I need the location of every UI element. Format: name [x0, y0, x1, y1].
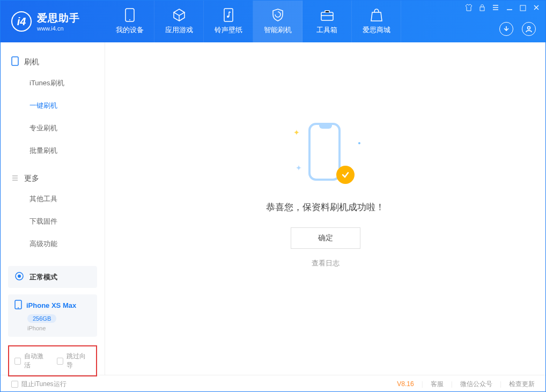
sidebar-item-firmware[interactable]: 下载固件: [1, 210, 105, 233]
version-label: V8.16: [397, 380, 414, 388]
close-button[interactable]: [533, 4, 540, 13]
app-title: 爱思助手: [37, 11, 80, 25]
block-itunes-checkbox[interactable]: 阻止iTunes运行: [11, 380, 67, 389]
device-phone-icon: [14, 300, 22, 311]
lock-icon[interactable]: [479, 4, 485, 13]
tab-label: 爱思商城: [363, 25, 390, 35]
tab-label: 应用游戏: [165, 25, 193, 35]
maximize-button[interactable]: [520, 4, 526, 13]
checkmark-badge-icon: [336, 166, 355, 184]
menu-icon[interactable]: [492, 4, 499, 13]
logo-text: 爱思助手 www.i4.cn: [37, 11, 80, 32]
svg-point-1: [129, 19, 130, 20]
tab-my-device[interactable]: 我的设备: [105, 1, 154, 42]
checkbox-icon: [11, 381, 18, 388]
sparkle-icon: ✦: [293, 128, 300, 137]
success-message: 恭喜您，保资料刷机成功啦！: [266, 201, 385, 213]
auto-activate-checkbox[interactable]: 自动激活: [14, 352, 48, 370]
checkbox-icon: [57, 358, 63, 365]
support-link[interactable]: 客服: [431, 380, 444, 389]
tab-store[interactable]: 爱思商城: [352, 1, 401, 42]
minimize-button[interactable]: [506, 4, 513, 13]
phone-icon: [123, 8, 137, 22]
tab-flash[interactable]: 智能刷机: [253, 1, 302, 42]
mode-indicator[interactable]: 正常模式: [8, 266, 97, 288]
header-bar: i4 爱思助手 www.i4.cn 我的设备 应用游戏 铃声壁纸 智能刷机 工具…: [1, 1, 545, 42]
svg-rect-8: [12, 57, 18, 65]
app-subtitle: www.i4.cn: [37, 25, 80, 32]
skip-guide-checkbox[interactable]: 跳过向导: [57, 352, 91, 370]
svg-point-12: [18, 307, 19, 308]
view-log-link[interactable]: 查看日志: [312, 258, 340, 268]
ok-button[interactable]: 确定: [291, 227, 360, 249]
checkbox-label: 阻止iTunes运行: [21, 380, 67, 389]
tshirt-icon[interactable]: [465, 4, 473, 13]
sidebar: 刷机 iTunes刷机 一键刷机 专业刷机 批量刷机 更多 其他工具 下载固件 …: [1, 42, 105, 375]
svg-rect-6: [520, 5, 526, 11]
highlighted-options: 自动激活 跳过向导: [8, 345, 97, 376]
body-area: 刷机 iTunes刷机 一键刷机 专业刷机 批量刷机 更多 其他工具 下载固件 …: [1, 42, 545, 375]
sparkle-icon: ✦: [296, 164, 302, 172]
nav-tabs: 我的设备 应用游戏 铃声壁纸 智能刷机 工具箱 爱思商城: [105, 1, 401, 42]
device-indicator[interactable]: iPhone XS Max 256GB iPhone: [8, 294, 97, 337]
checkbox-icon: [14, 358, 21, 365]
shield-icon: [271, 8, 285, 22]
phone-drawing-icon: [308, 123, 341, 181]
sidebar-section-more: 更多 其他工具 下载固件 高级功能: [1, 169, 105, 255]
sidebar-item-batch[interactable]: 批量刷机: [1, 139, 105, 162]
tab-ringtones[interactable]: 铃声壁纸: [204, 1, 253, 42]
sparkle-icon: •: [358, 139, 361, 147]
section-title: 更多: [24, 174, 39, 183]
sidebar-header-flash: 刷机: [1, 52, 105, 72]
cube-icon: [172, 8, 186, 22]
footer: 阻止iTunes运行 V8.16 | 客服 | 微信公众号 | 检查更新: [1, 375, 545, 392]
window-controls-top: [465, 4, 540, 13]
svg-point-10: [18, 275, 21, 278]
sidebar-item-oneclick[interactable]: 一键刷机: [1, 94, 105, 117]
main-content: ✦ • ✦ 恭喜您，保资料刷机成功啦！ 确定 查看日志: [105, 42, 545, 375]
device-name-row: iPhone XS Max: [14, 300, 91, 311]
sidebar-section-flash: 刷机 iTunes刷机 一键刷机 专业刷机 批量刷机: [1, 52, 105, 162]
checkbox-label: 自动激活: [24, 352, 48, 370]
svg-rect-5: [480, 7, 484, 11]
svg-point-7: [528, 27, 530, 29]
user-button[interactable]: [522, 22, 536, 36]
logo-area: i4 爱思助手 www.i4.cn: [1, 11, 105, 32]
sidebar-header-more: 更多: [1, 169, 105, 188]
briefcase-icon: [320, 8, 334, 22]
device-name: iPhone XS Max: [26, 301, 76, 309]
list-icon: [11, 174, 19, 183]
device-capacity: 256GB: [27, 314, 56, 323]
mode-label: 正常模式: [29, 272, 57, 282]
section-title: 刷机: [24, 57, 39, 67]
checkbox-label: 跳过向导: [67, 352, 91, 370]
header-actions: [499, 22, 536, 36]
footer-right: V8.16 | 客服 | 微信公众号 | 检查更新: [397, 380, 535, 389]
svg-rect-2: [224, 9, 233, 21]
tab-label: 铃声壁纸: [215, 25, 242, 35]
wechat-link[interactable]: 微信公众号: [460, 380, 492, 389]
svg-rect-4: [321, 12, 333, 20]
sidebar-item-itunes[interactable]: iTunes刷机: [1, 72, 105, 94]
success-illustration: ✦ • ✦: [293, 117, 358, 187]
device-type: iPhone: [27, 325, 91, 331]
logo-icon: i4: [11, 11, 32, 32]
update-link[interactable]: 检查更新: [509, 380, 535, 389]
sidebar-item-other[interactable]: 其他工具: [1, 188, 105, 210]
sidebar-item-advanced[interactable]: 高级功能: [1, 233, 105, 255]
tab-label: 我的设备: [116, 25, 144, 35]
download-button[interactable]: [499, 22, 513, 36]
phone-outline-icon: [11, 56, 19, 68]
tab-apps[interactable]: 应用游戏: [154, 1, 204, 42]
bag-icon: [370, 8, 383, 22]
svg-point-3: [227, 16, 229, 18]
music-icon: [222, 8, 235, 22]
sidebar-item-pro[interactable]: 专业刷机: [1, 117, 105, 139]
tab-toolbox[interactable]: 工具箱: [302, 1, 352, 42]
tab-label: 智能刷机: [264, 25, 292, 35]
tab-label: 工具箱: [316, 25, 337, 35]
mode-icon: [14, 271, 24, 283]
